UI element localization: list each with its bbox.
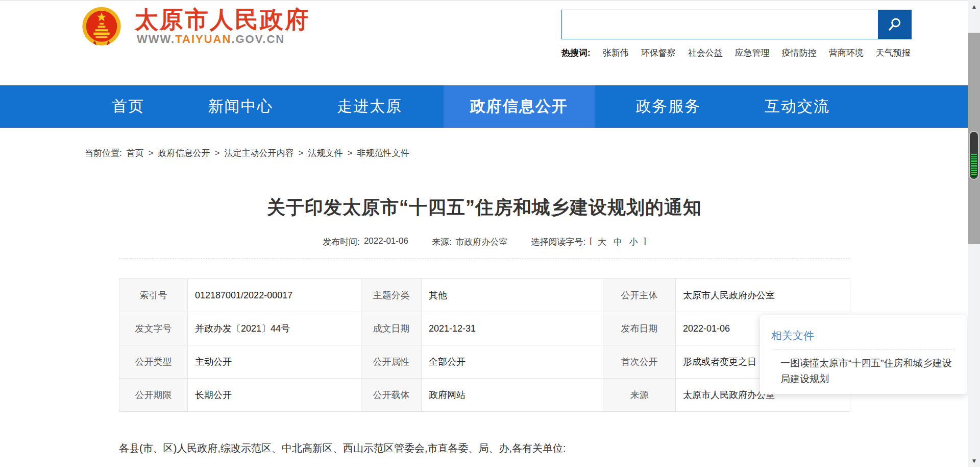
disclosure-type-value: 主动公开	[188, 345, 361, 379]
doc-number-label: 发文字号	[119, 312, 188, 345]
breadcrumb-legal-disclosure[interactable]: 法定主动公开内容	[225, 147, 294, 159]
disclosure-attribute-label: 公开属性	[361, 345, 422, 379]
disclosure-attribute-value: 全部公开	[422, 345, 603, 379]
publish-date-label: 发布时间:	[323, 236, 360, 248]
scroll-down-icon[interactable]: ▼	[968, 457, 980, 465]
hot-word-yiqingfangkong[interactable]: 疫情防控	[782, 47, 817, 59]
nav-item-gov-services[interactable]: 政务服务	[613, 85, 723, 128]
hot-search-label: 热搜词:	[561, 47, 591, 59]
disclosure-body-label: 公开主体	[603, 279, 676, 312]
site-header: 太原市人民政府 WWW.TAIYUAN.GOV.CN 热搜词: 张新伟 环保督察…	[0, 1, 980, 85]
nav-item-home[interactable]: 首页	[89, 85, 167, 128]
source-group: 来源: 市政府办公室	[432, 236, 508, 248]
article-paragraph-recipients: 各县(市、区)人民政府,综改示范区、中北高新区、西山示范区管委会,市直各委、局、…	[119, 441, 850, 455]
font-size-label: 选择阅读字号:	[531, 236, 586, 248]
article-title: 关于印发太原市“十四五”住房和城乡建设规划的通知	[119, 196, 850, 219]
index-number-label: 索引号	[119, 279, 188, 312]
nav-item-about-taiyuan[interactable]: 走进太原	[314, 85, 425, 128]
table-row: 公开类型 主动公开 公开属性 全部公开 首次公开 形成或者变更之日	[119, 345, 850, 379]
hot-word-zhangxinwei[interactable]: 张新伟	[603, 47, 629, 59]
publish-date-value: 2022-01-06	[364, 236, 408, 248]
search-icon	[887, 16, 903, 33]
topic-category-label: 主题分类	[361, 279, 422, 312]
scrollbar-marker-widget	[969, 131, 979, 180]
doc-number-value: 并政办发〔2021〕44号	[188, 312, 361, 345]
hot-word-huanbaoducha[interactable]: 环保督察	[641, 47, 676, 59]
search-bar	[561, 10, 912, 39]
site-url-domain: TAIYUAN	[175, 33, 231, 45]
search-input[interactable]	[561, 10, 878, 39]
main-nav: 首页 新闻中心 走进太原 政府信息公开 政务服务 互动交流	[0, 85, 980, 128]
breadcrumb-gov-info[interactable]: 政府信息公开	[158, 147, 210, 159]
article-meta: 发布时间: 2022-01-06 来源: 市政府办公室 选择阅读字号: [ 大 …	[119, 236, 850, 248]
written-date-value: 2021-12-31	[422, 312, 603, 345]
breadcrumb-separator: >	[149, 148, 154, 158]
font-size-medium[interactable]: 中	[614, 236, 622, 248]
scroll-up-icon[interactable]: ▲	[968, 3, 980, 11]
breadcrumb-non-normative-files[interactable]: 非规范性文件	[357, 147, 409, 159]
site-title: 太原市人民政府	[135, 4, 310, 36]
origin-label: 来源	[603, 379, 676, 412]
hot-word-tianqiyubao[interactable]: 天气预报	[876, 47, 911, 59]
table-row: 公开期限 长期公开 公开载体 政府网站 来源 太原市人民政府办公室	[119, 379, 850, 412]
document-info-table: 索引号 012187001/2022-00017 主题分类 其他 公开主体 太原…	[119, 278, 850, 412]
meta-divider	[119, 259, 850, 259]
disclosure-type-label: 公开类型	[119, 345, 188, 379]
table-row: 索引号 012187001/2022-00017 主题分类 其他 公开主体 太原…	[119, 279, 850, 312]
release-date-label: 发布日期	[603, 312, 676, 345]
vertical-scrollbar[interactable]: ▲ ▼	[968, 0, 980, 467]
breadcrumb-regulation-files[interactable]: 法规文件	[308, 147, 343, 159]
national-emblem-logo	[81, 6, 122, 48]
breadcrumb-home[interactable]: 首页	[127, 147, 144, 159]
disclosure-carrier-value: 政府网站	[422, 379, 603, 412]
written-date-label: 成文日期	[361, 312, 422, 345]
index-number-value: 012187001/2022-00017	[188, 279, 361, 312]
scrollbar-marker-stripes	[971, 154, 977, 177]
hot-word-yingshanghuanjing[interactable]: 营商环境	[829, 47, 864, 59]
hot-search-row: 热搜词: 张新伟 环保督察 社会公益 应急管理 疫情防控 营商环境 天气预报	[561, 47, 911, 59]
disclosure-carrier-label: 公开载体	[361, 379, 422, 412]
related-files-divider	[771, 349, 954, 350]
nav-item-news-center[interactable]: 新闻中心	[186, 85, 296, 128]
disclosure-period-label: 公开期限	[119, 379, 188, 412]
breadcrumb: 当前位置: 首页 > 政府信息公开 > 法定主动公开内容 > 法规文件 > 非规…	[85, 147, 409, 159]
topic-category-value: 其他	[422, 279, 603, 312]
breadcrumb-separator: >	[348, 148, 353, 158]
table-row: 发文字号 并政办发〔2021〕44号 成文日期 2021-12-31 发布日期 …	[119, 312, 850, 345]
site-url: WWW.TAIYUAN.GOV.CN	[137, 33, 285, 46]
publish-date-group: 发布时间: 2022-01-06	[323, 236, 408, 248]
search-button[interactable]	[878, 10, 912, 39]
hot-word-shehuigongyi[interactable]: 社会公益	[688, 47, 723, 59]
related-files-panel: 相关文件 一图读懂太原市“十四五”住房和城乡建设局建设规划	[760, 315, 967, 394]
nav-item-gov-info-disclosure[interactable]: 政府信息公开	[444, 85, 595, 128]
font-size-bracket-open: [	[590, 236, 592, 248]
source-label: 来源:	[432, 236, 452, 248]
font-size-bracket-close: ]	[644, 236, 646, 248]
nav-item-interaction[interactable]: 互动交流	[742, 85, 852, 128]
disclosure-period-value: 长期公开	[188, 379, 361, 412]
breadcrumb-separator: >	[299, 148, 304, 158]
site-url-www: WWW.	[137, 33, 175, 45]
font-size-small[interactable]: 小	[629, 236, 638, 248]
first-disclosure-label: 首次公开	[603, 345, 676, 379]
source-value: 市政府办公室	[456, 236, 508, 248]
font-size-group: 选择阅读字号: [ 大 中 小 ]	[531, 236, 646, 248]
related-file-link[interactable]: 一图读懂太原市“十四五”住房和城乡建设局建设规划	[771, 355, 954, 387]
font-size-large[interactable]: 大	[598, 236, 606, 248]
related-files-title: 相关文件	[771, 329, 954, 343]
disclosure-body-value: 太原市人民政府办公室	[676, 279, 850, 312]
breadcrumb-label: 当前位置:	[85, 147, 122, 159]
main-nav-inner: 首页 新闻中心 走进太原 政府信息公开 政务服务 互动交流	[89, 85, 852, 128]
hot-word-yingjiguanli[interactable]: 应急管理	[735, 47, 770, 59]
site-url-suffix: .GOV.CN	[231, 33, 285, 45]
breadcrumb-separator: >	[215, 148, 220, 158]
